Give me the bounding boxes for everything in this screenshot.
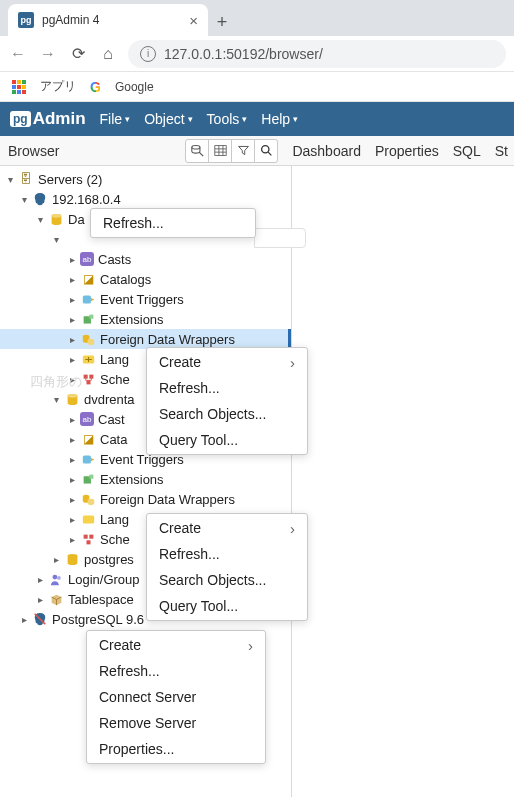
context-menu-server: Create Refresh... Connect Server Remove … bbox=[86, 630, 266, 764]
catalog-icon: ◪ bbox=[80, 271, 96, 287]
expand-icon[interactable]: ▸ bbox=[50, 554, 62, 565]
view-data-icon[interactable] bbox=[208, 139, 232, 163]
expand-icon[interactable]: ▸ bbox=[66, 334, 78, 345]
expand-icon[interactable]: ▸ bbox=[66, 414, 78, 425]
label: Tablespace bbox=[68, 592, 134, 607]
menu-item-refresh[interactable]: Refresh... bbox=[147, 375, 307, 401]
panel-title: Browser bbox=[6, 143, 186, 159]
label: Sche bbox=[100, 532, 130, 547]
bookmark-apps[interactable]: アプリ bbox=[40, 78, 76, 95]
menu-item-remove-server[interactable]: Remove Server bbox=[87, 710, 265, 736]
expand-icon[interactable]: ▸ bbox=[66, 274, 78, 285]
query-tool-icon[interactable] bbox=[185, 139, 209, 163]
postgres-icon bbox=[32, 191, 48, 207]
collapse-icon[interactable]: ▾ bbox=[50, 394, 62, 405]
expand-icon[interactable]: ▸ bbox=[66, 534, 78, 545]
tree-catalogs[interactable]: ▸◪Catalogs bbox=[0, 269, 291, 289]
reload-button[interactable]: ⟳ bbox=[68, 44, 88, 63]
label: dvdrenta bbox=[84, 392, 135, 407]
pgadmin-favicon: pg bbox=[18, 12, 34, 28]
menu-item-refresh[interactable]: Refresh... bbox=[91, 210, 255, 236]
expand-icon[interactable]: ▸ bbox=[66, 514, 78, 525]
tab-properties[interactable]: Properties bbox=[375, 143, 439, 159]
menu-item-query-tool[interactable]: Query Tool... bbox=[147, 427, 307, 453]
expand-icon[interactable]: ▸ bbox=[34, 574, 46, 585]
expand-icon[interactable]: ▸ bbox=[66, 294, 78, 305]
collapse-icon[interactable]: ▾ bbox=[34, 214, 46, 225]
google-icon[interactable]: G bbox=[90, 79, 101, 95]
menu-item-create[interactable]: Create bbox=[147, 515, 307, 541]
menu-item-search-objects[interactable]: Search Objects... bbox=[147, 567, 307, 593]
language-icon bbox=[80, 511, 96, 527]
pgadmin-logo[interactable]: pg Admin bbox=[10, 109, 86, 129]
svg-rect-18 bbox=[89, 474, 93, 478]
svg-point-0 bbox=[192, 145, 200, 149]
expand-icon[interactable]: ▸ bbox=[18, 614, 30, 625]
chevron-down-icon: ▾ bbox=[293, 114, 298, 124]
menu-help[interactable]: Help▾ bbox=[261, 111, 298, 127]
context-menu-fdw-2: Create Refresh... Search Objects... Quer… bbox=[146, 513, 308, 621]
tree-fdw-selected[interactable]: ▸Foreign Data Wrappers bbox=[0, 329, 291, 349]
filter-icon[interactable] bbox=[231, 139, 255, 163]
chrome-toolbar: ← → ⟳ ⌂ i 127.0.0.1:50192/browser/ bbox=[0, 36, 514, 72]
collapse-icon[interactable]: ▾ bbox=[50, 234, 62, 245]
tree-extensions[interactable]: ▸Extensions bbox=[0, 309, 291, 329]
menu-item-refresh[interactable]: Refresh... bbox=[87, 658, 265, 684]
tab-sql[interactable]: SQL bbox=[453, 143, 481, 159]
search-icon[interactable] bbox=[254, 139, 278, 163]
label: Foreign Data Wrappers bbox=[100, 332, 235, 347]
expand-icon[interactable]: ▸ bbox=[66, 254, 78, 265]
expand-icon[interactable]: ▸ bbox=[66, 434, 78, 445]
context-menu-fdw: Create Refresh... Search Objects... Quer… bbox=[146, 347, 308, 455]
expand-icon[interactable]: ▸ bbox=[66, 314, 78, 325]
tab-statistics[interactable]: St bbox=[495, 143, 508, 159]
expand-icon[interactable]: ▸ bbox=[66, 474, 78, 485]
url-text: 127.0.0.1:50192/browser/ bbox=[164, 46, 323, 62]
tree-servers[interactable]: ▾🗄Servers (2) bbox=[0, 169, 291, 189]
expand-icon[interactable]: ▸ bbox=[34, 594, 46, 605]
event-trigger-icon bbox=[80, 291, 96, 307]
expand-icon[interactable]: ▸ bbox=[66, 454, 78, 465]
tree-event-triggers[interactable]: ▸Event Triggers bbox=[0, 289, 291, 309]
menu-item-refresh[interactable]: Refresh... bbox=[147, 541, 307, 567]
menu-item-create[interactable]: Create bbox=[87, 632, 265, 658]
tree-casts[interactable]: ▸abCasts bbox=[0, 249, 291, 269]
menu-file[interactable]: File▾ bbox=[100, 111, 131, 127]
expand-icon[interactable]: ▸ bbox=[66, 494, 78, 505]
svg-rect-7 bbox=[89, 314, 93, 318]
site-info-icon[interactable]: i bbox=[140, 46, 156, 62]
schema-icon bbox=[80, 371, 96, 387]
menu-tools[interactable]: Tools▾ bbox=[207, 111, 248, 127]
watermark-text: 四角形の bbox=[30, 373, 82, 391]
svg-rect-13 bbox=[86, 380, 90, 384]
expand-icon[interactable]: ▸ bbox=[66, 354, 78, 365]
browser-tab[interactable]: pg pgAdmin 4 × bbox=[8, 4, 208, 36]
apps-icon[interactable] bbox=[12, 80, 26, 94]
tree-host[interactable]: ▾192.168.0.4 bbox=[0, 189, 291, 209]
bookmarks-bar: アプリ G Google bbox=[0, 72, 514, 102]
label: Sche bbox=[100, 372, 130, 387]
back-button[interactable]: ← bbox=[8, 45, 28, 63]
menu-object[interactable]: Object▾ bbox=[144, 111, 192, 127]
svg-rect-16 bbox=[82, 455, 90, 463]
bookmark-google[interactable]: Google bbox=[115, 80, 154, 94]
menu-item-properties[interactable]: Properties... bbox=[87, 736, 265, 762]
collapse-icon[interactable]: ▾ bbox=[18, 194, 30, 205]
menu-item-create[interactable]: Create bbox=[147, 349, 307, 375]
tab-dashboard[interactable]: Dashboard bbox=[292, 143, 361, 159]
tree-extensions-2[interactable]: ▸Extensions bbox=[0, 469, 291, 489]
address-bar[interactable]: i 127.0.0.1:50192/browser/ bbox=[128, 40, 506, 68]
label: Extensions bbox=[100, 312, 164, 327]
close-tab-icon[interactable]: × bbox=[189, 12, 198, 29]
tree-fdw-2[interactable]: ▸Foreign Data Wrappers bbox=[0, 489, 291, 509]
menu-item-query-tool[interactable]: Query Tool... bbox=[147, 593, 307, 619]
menu-item-search-objects[interactable]: Search Objects... bbox=[147, 401, 307, 427]
collapse-icon[interactable]: ▾ bbox=[4, 174, 16, 185]
pgadmin-menubar: pg Admin File▾ Object▾ Tools▾ Help▾ bbox=[0, 102, 514, 136]
database-icon bbox=[48, 211, 64, 227]
home-button[interactable]: ⌂ bbox=[98, 45, 118, 63]
new-tab-button[interactable]: + bbox=[208, 8, 236, 36]
toolbar-group bbox=[186, 139, 278, 163]
label: Catalogs bbox=[100, 272, 151, 287]
menu-item-connect-server[interactable]: Connect Server bbox=[87, 684, 265, 710]
